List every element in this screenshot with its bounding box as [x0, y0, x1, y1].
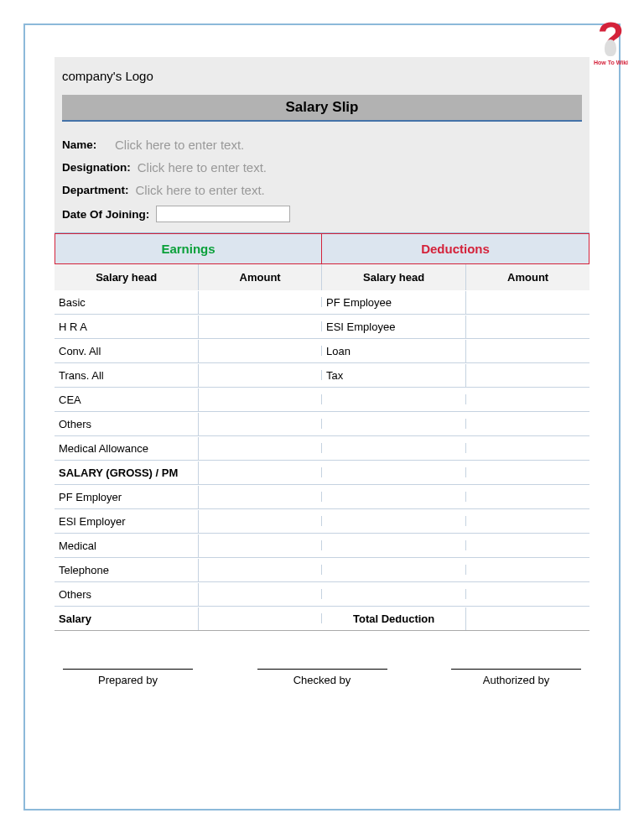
question-mark-icon: ?	[598, 18, 625, 58]
how-to-wiki-logo: ? How To Wiki	[588, 18, 634, 65]
page-border	[23, 23, 621, 811]
